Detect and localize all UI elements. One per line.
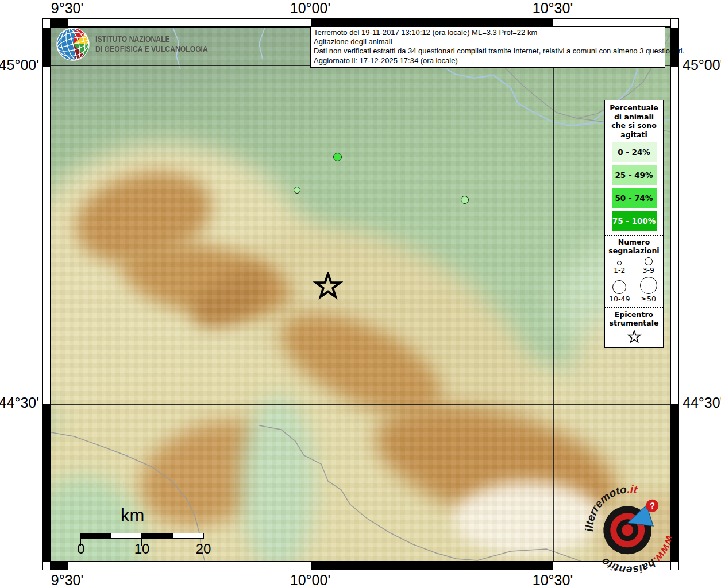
scale-bar-segments (80, 533, 204, 539)
axis-label-left-2: 44°30' (0, 394, 39, 411)
legend-epicenter-title: Epicentro strumentale (605, 310, 663, 327)
scale-bar-tick-20: 20 (196, 541, 211, 557)
axis-label-bottom-1: 9°30' (51, 572, 83, 588)
signal-size-label: 10-49 (609, 295, 630, 303)
info-line-updated: Aggiornato il: 17-12-2025 17:34 (ora loc… (314, 56, 662, 65)
scale-bar-tick-10: 10 (134, 541, 150, 557)
axis-label-top-1: 9°30' (51, 0, 83, 17)
rivers-and-boundaries (51, 28, 670, 562)
info-line-event: Terremoto del 19-11-2017 13:10:12 (ora l… (314, 28, 662, 37)
river-small-2 (259, 28, 265, 59)
signal-size-icon-10-49 (612, 280, 626, 294)
ingv-globe-icon (55, 26, 91, 62)
signal-size-label: 1-2 (614, 266, 625, 274)
gridline-10-30 (553, 28, 554, 561)
signal-size-label: ≥50 (641, 295, 656, 303)
epicenter-star-icon (313, 272, 343, 301)
info-line-topic: Agitazione degli animali (314, 37, 662, 47)
legend-title: Percentuale di animali che si sono agita… (605, 103, 663, 139)
signal-size-icon-1-2 (617, 261, 622, 265)
scale-bar-tick-0: 0 (77, 541, 84, 557)
signal-size-icon-3-9 (645, 257, 653, 265)
map-page: { "axis": { "top": ["9°30'", "10°00'", "… (0, 0, 721, 588)
legend-swatch-75-100: 75 - 100% (612, 211, 657, 231)
report-dot (333, 153, 342, 161)
axis-label-top-3: 10°30' (533, 0, 573, 17)
axis-label-bottom-3: 10°30' (533, 572, 573, 588)
axis-label-top-2: 10°00' (290, 0, 330, 17)
gridline-44-30 (51, 404, 670, 405)
ingv-name-line1: ISTITUTO NAZIONALE (95, 34, 208, 44)
axis-label-right-1: 45°00' (683, 57, 721, 74)
legend-swatch-50-74: 50 - 74% (612, 188, 657, 208)
boundary-bottom-center (259, 425, 626, 562)
info-line-source: Dati non verificati estratti da 34 quest… (314, 47, 662, 56)
haisentitoilterremoto-logo: ilterremoto.it www.haisentito ? (584, 483, 676, 575)
boundary-bottom-left (51, 432, 205, 562)
signal-size-label: 3-9 (643, 266, 654, 274)
epicenter-legend-star-icon (627, 330, 642, 345)
axis-label-bottom-2: 10°00' (290, 572, 330, 588)
map-canvas (51, 27, 670, 562)
legend-swatch-25-49: 25 - 49% (612, 165, 657, 185)
ingv-logo: ISTITUTO NAZIONALE DI GEOFISICA E VULCAN… (55, 26, 229, 62)
gridline-9-30 (68, 28, 68, 561)
ingv-name-line2: DI GEOFISICA E VULCANOLOGIA (95, 44, 208, 54)
legend-box: Percentuale di animali che si sono agita… (604, 100, 664, 348)
legend-separator (605, 307, 663, 308)
axis-label-left-1: 45°00' (0, 57, 39, 74)
report-dot (294, 187, 300, 194)
frame-band-left (42, 18, 51, 570)
signal-size-icon-50plus (640, 277, 657, 294)
legend-swatch-0-24: 0 - 24% (612, 142, 657, 162)
report-dot (461, 196, 469, 204)
gridline-10-00 (311, 28, 311, 561)
legend-signals-title: Numero segnalazioni (605, 238, 663, 255)
frame-band-top (42, 18, 679, 27)
axis-label-right-2: 44°30' (683, 394, 721, 411)
legend-separator (605, 235, 663, 236)
earthquake-info-box: Terremoto del 19-11-2017 13:10:12 (ora l… (310, 26, 665, 68)
scale-bar-unit: km (121, 505, 144, 526)
